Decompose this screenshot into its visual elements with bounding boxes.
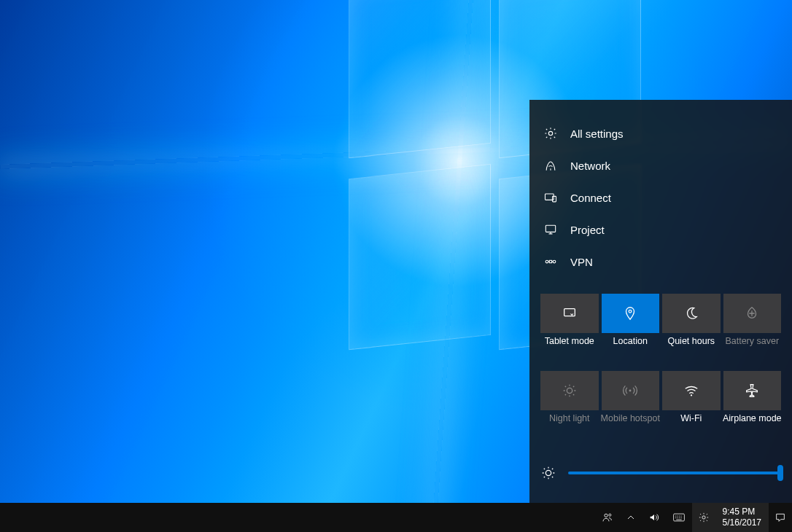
svg-point-13 [604, 514, 607, 517]
brightness-slider-thumb[interactable] [777, 465, 783, 481]
svg-point-4 [546, 260, 548, 263]
brightness-icon [540, 465, 556, 481]
gear-icon [698, 512, 710, 523]
action-center-menu: All settings Network Connect Project VPN [529, 117, 792, 278]
tray-time: 9:45 PM [723, 506, 756, 517]
menu-item-project[interactable]: Project [535, 214, 786, 246]
volume-icon [648, 512, 660, 523]
quick-action-night-light[interactable]: Night light [540, 371, 599, 410]
menu-item-all-settings[interactable]: All settings [535, 117, 786, 149]
menu-item-vpn[interactable]: VPN [535, 246, 786, 278]
wallpaper-decoration [349, 0, 491, 158]
taskbar: 9:45 PM 5/16/2017 [0, 503, 792, 532]
battery-saver-icon [744, 305, 760, 321]
connect-icon [543, 189, 559, 206]
gear-icon [543, 125, 559, 141]
svg-rect-2 [553, 196, 556, 202]
quick-action-tablet-mode[interactable]: Tablet mode [540, 294, 599, 333]
svg-point-11 [691, 394, 692, 396]
quick-action-label: Quiet hours [659, 336, 723, 346]
location-icon [622, 305, 638, 321]
tray-date: 5/16/2017 [723, 517, 761, 528]
svg-point-5 [553, 260, 556, 263]
quick-action-label: Wi-Fi [659, 413, 723, 423]
action-center-icon [774, 512, 786, 523]
quick-action-label: Night light [537, 413, 602, 423]
svg-rect-7 [564, 309, 575, 316]
tray-input-indicator[interactable] [666, 503, 692, 532]
quick-action-label: Airplane mode [721, 413, 785, 423]
keyboard-icon [673, 512, 685, 523]
tray-people[interactable] [596, 503, 619, 532]
tray-settings[interactable] [692, 503, 715, 532]
quick-action-airplane-mode[interactable]: Airplane mode [723, 371, 782, 410]
people-icon [602, 512, 613, 523]
menu-item-connect[interactable]: Connect [535, 181, 786, 214]
quiet-hours-icon [683, 305, 699, 321]
quick-action-wifi[interactable]: Wi-Fi [662, 371, 721, 410]
tray-overflow[interactable] [619, 503, 642, 532]
quick-action-battery-saver[interactable]: Battery saver [723, 294, 782, 333]
tablet-mode-icon [562, 305, 578, 321]
svg-rect-6 [549, 260, 551, 262]
svg-point-16 [702, 516, 704, 519]
quick-action-quiet-hours[interactable]: Quiet hours [662, 294, 721, 333]
tray-volume[interactable] [642, 503, 666, 532]
action-center-panel: All settings Network Connect Project VPN [529, 100, 792, 503]
chevron-up-icon [625, 512, 637, 523]
mobile-hotspot-icon [622, 383, 638, 399]
network-icon [543, 157, 559, 173]
svg-rect-3 [546, 225, 555, 232]
menu-item-label: Network [570, 160, 610, 172]
quick-action-label: Tablet mode [537, 336, 602, 346]
quick-action-label: Battery saver [721, 336, 785, 346]
project-icon [543, 222, 559, 238]
menu-item-label: VPN [570, 256, 593, 268]
vpn-icon [543, 254, 559, 270]
quick-action-label: Location [599, 336, 663, 346]
menu-item-label: Project [570, 224, 605, 236]
svg-point-8 [629, 310, 632, 313]
svg-point-10 [629, 390, 632, 392]
quick-actions-grid: Tablet mode Location Quiet hours Battery… [529, 294, 792, 410]
svg-point-14 [608, 514, 610, 516]
quick-action-mobile-hotspot[interactable]: Mobile hotspot [602, 371, 660, 410]
system-tray: 9:45 PM 5/16/2017 [596, 503, 792, 532]
quick-action-location[interactable]: Location [602, 294, 660, 333]
night-light-icon [562, 383, 578, 399]
brightness-slider[interactable] [568, 472, 781, 474]
quick-action-label: Mobile hotspot [599, 413, 663, 423]
wallpaper-decoration [349, 163, 491, 349]
svg-point-9 [567, 388, 572, 393]
svg-point-12 [546, 470, 551, 475]
svg-point-0 [548, 131, 552, 135]
airplane-icon [744, 383, 760, 399]
menu-item-label: All settings [570, 128, 624, 140]
menu-item-label: Connect [570, 192, 611, 204]
menu-item-network[interactable]: Network [535, 149, 786, 181]
tray-action-center-button[interactable] [769, 503, 792, 532]
wifi-icon [683, 383, 699, 399]
brightness-control [529, 452, 792, 503]
tray-clock[interactable]: 9:45 PM 5/16/2017 [715, 503, 769, 532]
